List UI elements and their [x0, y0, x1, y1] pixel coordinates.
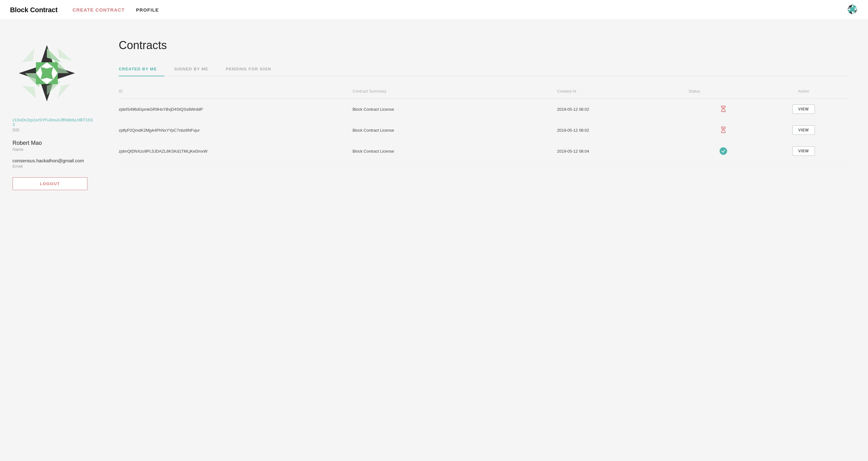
contract-created-at: 2019-05-12 08:02	[557, 120, 689, 141]
logout-button[interactable]: LOGOUT	[12, 177, 88, 190]
profile-email: consensus.hackathon@gmail.com	[12, 158, 84, 163]
page-content: z1SoDc2qx1orSYFu3muXJfRdddsLHBT1SS3 DID …	[0, 20, 868, 461]
tab-pending-for-sign[interactable]: PENDING FOR SIGN	[226, 62, 279, 76]
table-row: zjdfyP2QmdK2Mjyk4PhNxYYpC7nbz8NFvjurBloc…	[119, 120, 849, 141]
table-header: ID Contract Summary Created At Status Ac…	[119, 86, 849, 99]
sidebar: z1SoDc2qx1orSYFu3muXJfRdddsLHBT1SS3 DID …	[0, 20, 106, 461]
nav-link-create-contract[interactable]: CREATE CONTRACT	[72, 7, 125, 12]
contract-status	[689, 99, 762, 120]
col-header-action: Action	[762, 86, 849, 99]
contract-created-at: 2019-05-12 08:04	[557, 141, 689, 162]
profile-name: Robert Mao	[12, 140, 42, 146]
svg-marker-17	[58, 48, 72, 61]
contract-id: zjdfyP2QmdK2Mjyk4PhNxYYpC7nbz8NFvjur	[119, 120, 352, 141]
contracts-title: Contracts	[119, 39, 849, 52]
tab-signed-by-me[interactable]: SIGNED BY ME	[174, 62, 216, 76]
contract-status	[689, 120, 762, 141]
did-link[interactable]: z1SoDc2qx1orSYFu3muXJfRdddsLHBT1SS3	[12, 118, 94, 127]
nav-brand: Block Contract	[10, 6, 58, 14]
svg-rect-8	[850, 7, 855, 11]
app-logo-icon	[847, 4, 858, 16]
contract-status	[689, 141, 762, 162]
contract-summary: Block Contract License	[352, 141, 557, 162]
did-label: DID	[12, 127, 19, 132]
email-label: Email	[12, 164, 23, 169]
sidebar-logo	[12, 39, 81, 108]
tab-created-by-me[interactable]: CREATED BY ME	[119, 62, 164, 76]
contract-summary: Block Contract License	[352, 120, 557, 141]
svg-marker-18	[58, 84, 70, 98]
contract-summary: Block Contract License	[352, 99, 557, 120]
check-icon	[720, 147, 727, 155]
view-button[interactable]: VIEW	[793, 125, 815, 135]
col-header-id: ID	[119, 86, 352, 99]
contract-action[interactable]: VIEW	[762, 141, 849, 162]
hourglass-icon	[720, 129, 727, 134]
contracts-table: ID Contract Summary Created At Status Ac…	[119, 86, 849, 162]
contracts-area: Contracts CREATED BY ME SIGNED BY ME PEN…	[106, 20, 868, 461]
col-header-created-at: Created At	[557, 86, 689, 99]
col-header-summary: Contract Summary	[352, 86, 557, 99]
contracts-tabs: CREATED BY ME SIGNED BY ME PENDING FOR S…	[119, 62, 849, 76]
svg-marker-19	[22, 86, 36, 98]
table-row: zjdsfS496dGpmkGR9HsYBvjD4StQSs8WrddPBloc…	[119, 99, 849, 120]
nav-link-profile[interactable]: PROFILE	[136, 7, 159, 12]
contract-id: zjdmQtDNXzo9PL5JDAZL8KSKd1TMLjKeDmxW	[119, 141, 352, 162]
col-header-status: Status	[689, 86, 762, 99]
contract-created-at: 2019-05-12 08:02	[557, 99, 689, 120]
nav-links: CREATE CONTRACT PROFILE	[72, 7, 847, 12]
contract-id: zjdsfS496dGpmkGR9HsYBvjD4StQSs8WrddP	[119, 99, 352, 120]
navbar: Block Contract CREATE CONTRACT PROFILE	[0, 0, 868, 20]
contract-action[interactable]: VIEW	[762, 99, 849, 120]
name-label: Name	[12, 147, 24, 152]
view-button[interactable]: VIEW	[793, 105, 815, 114]
hourglass-icon	[720, 109, 727, 113]
svg-marker-20	[22, 48, 34, 62]
view-button[interactable]: VIEW	[793, 146, 815, 156]
contracts-tbody: zjdsfS496dGpmkGR9HsYBvjD4StQSs8WrddPBloc…	[119, 99, 849, 162]
contract-action[interactable]: VIEW	[762, 120, 849, 141]
table-row: zjdmQtDNXzo9PL5JDAZL8KSKd1TMLjKeDmxWBloc…	[119, 141, 849, 162]
